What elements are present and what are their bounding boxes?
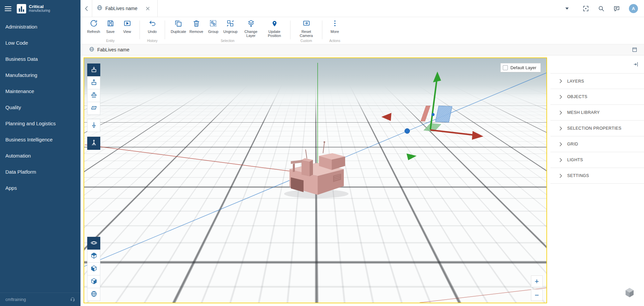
- update-position-button[interactable]: Update Position: [263, 18, 286, 38]
- 3d-viewport[interactable]: Default Layer: [84, 57, 547, 303]
- fullscreen-icon[interactable]: [583, 5, 589, 12]
- refresh-icon: [90, 19, 98, 29]
- ribbon-group-custom: Reset Camera Custom: [294, 18, 318, 44]
- panel-section-layers[interactable]: LAYERS: [550, 73, 644, 89]
- probe-tool-button[interactable]: [87, 137, 100, 150]
- ribbon-group-history: Undo History: [144, 18, 161, 44]
- sidebar-item-business-intelligence[interactable]: Business Intelligence: [0, 131, 80, 147]
- ribbon-group-label-selection: Selection: [169, 38, 286, 44]
- panel-section-label: OBJECTS: [567, 94, 587, 99]
- panel-section-grid[interactable]: GRID: [550, 136, 644, 152]
- sidebar-item-data-platform[interactable]: Data Platform: [0, 164, 80, 180]
- transform-gizmo[interactable]: [381, 72, 483, 160]
- sidebar-item-planning-and-logistics[interactable]: Planning and Logistics: [0, 115, 80, 131]
- axis-x-red: [85, 145, 318, 175]
- avatar[interactable]: A: [629, 4, 638, 13]
- sidebar-item-low-code[interactable]: Low Code: [0, 35, 80, 51]
- chevron-right-icon: [559, 174, 562, 178]
- gizmo-cone-x-red[interactable]: [381, 113, 391, 121]
- chat-icon[interactable]: [613, 5, 620, 12]
- machine-3d-model[interactable]: [284, 141, 348, 199]
- orbit-view-button[interactable]: [87, 237, 100, 250]
- zoom-out-button[interactable]: −: [531, 289, 543, 301]
- right-panel: LAYERS OBJECTS MESH LIBRARY SELECTION PR…: [550, 55, 644, 306]
- gizmo-arrow-x-red[interactable]: [430, 130, 474, 135]
- place-object-icon: [91, 66, 97, 74]
- chevron-down-icon[interactable]: [565, 7, 569, 10]
- gizmo-arrow-y-green[interactable]: [430, 80, 437, 130]
- save-label: Save: [106, 30, 114, 34]
- panel-section-mesh-library[interactable]: MESH LIBRARY: [550, 105, 644, 121]
- collapse-right-panel-icon[interactable]: [633, 61, 639, 67]
- more-button[interactable]: More: [326, 18, 343, 34]
- remove-button[interactable]: Remove: [188, 18, 205, 34]
- ribbon-group-entity: Refresh Save View Entity: [85, 18, 136, 44]
- update-position-label: Update Position: [264, 30, 284, 38]
- change-layer-label: Change Layer: [241, 30, 261, 38]
- panel-section-objects[interactable]: OBJECTS: [550, 89, 644, 105]
- view-side-button[interactable]: [87, 275, 100, 288]
- hamburger-menu-icon[interactable]: [5, 6, 11, 11]
- right-panel-header: [550, 55, 644, 73]
- ribbon-group-label-history: History: [144, 38, 161, 44]
- more-label: More: [331, 30, 339, 34]
- orbit-icon: [91, 239, 97, 248]
- sidebar-item-automation[interactable]: Automation: [0, 147, 80, 164]
- default-layer-checkbox[interactable]: [503, 65, 508, 70]
- ungroup-button[interactable]: Ungroup: [222, 18, 239, 34]
- tab-scroll-back-icon[interactable]: [80, 0, 92, 17]
- cube-front-face-icon: [91, 265, 97, 273]
- brand-subtitle: manufacturing: [29, 9, 50, 13]
- view-front-button[interactable]: [87, 262, 100, 275]
- save-button[interactable]: Save: [102, 18, 119, 34]
- gizmo-cone-z-green[interactable]: [407, 154, 417, 160]
- viewport-tools-bottom: [87, 237, 100, 301]
- chevron-right-icon: [559, 111, 562, 115]
- panel-section-label: GRID: [567, 142, 578, 146]
- view-button[interactable]: View: [119, 18, 136, 34]
- place-object-tool-button[interactable]: [87, 63, 100, 77]
- reset-camera-button[interactable]: Reset Camera: [294, 18, 318, 38]
- plumb-measure-tool-button[interactable]: [87, 119, 100, 132]
- ungroup-icon: [226, 19, 234, 29]
- group-button[interactable]: Group: [205, 18, 222, 34]
- close-tab-icon[interactable]: [146, 7, 150, 10]
- default-layer-label: Default Layer: [511, 65, 536, 70]
- sidebar-item-apps[interactable]: Apps: [0, 180, 80, 196]
- sidebar-item-maintenance[interactable]: Maintenance: [0, 83, 80, 99]
- update-position-icon: [271, 19, 278, 29]
- gizmo-plane-xy-red[interactable]: [421, 106, 430, 121]
- headset-icon[interactable]: [70, 297, 75, 303]
- view-top-button[interactable]: [87, 250, 100, 263]
- refresh-button[interactable]: Refresh: [85, 18, 102, 34]
- undo-button[interactable]: Undo: [144, 18, 161, 34]
- change-layer-button[interactable]: Change Layer: [239, 18, 263, 38]
- zoom-in-button[interactable]: +: [531, 275, 543, 287]
- duplicate-button[interactable]: Duplicate: [169, 18, 188, 34]
- stamp-tool-button[interactable]: [87, 89, 100, 102]
- refresh-label: Refresh: [87, 30, 100, 34]
- chevron-right-icon: [559, 142, 562, 146]
- sidebar-nav: Administration Low Code Business Data Ma…: [0, 17, 80, 293]
- sidebar-item-manufacturing[interactable]: Manufacturing: [0, 67, 80, 83]
- copy-object-tool-button[interactable]: [87, 76, 100, 89]
- panel-section-lights[interactable]: LIGHTS: [550, 152, 644, 168]
- save-icon: [107, 19, 114, 29]
- plane-select-tool-button[interactable]: [87, 102, 100, 115]
- sidebar-item-business-data[interactable]: Business Data: [0, 51, 80, 67]
- maximize-window-icon[interactable]: [632, 47, 637, 52]
- perspective-view-button[interactable]: [87, 288, 100, 301]
- default-layer-chip[interactable]: Default Layer: [500, 63, 541, 72]
- gizmo-origin-handle[interactable]: [405, 129, 410, 134]
- gizmo-plane-yz-blue[interactable]: [435, 106, 452, 122]
- panel-section-selection-properties[interactable]: SELECTION PROPERTIES: [550, 121, 644, 136]
- panel-section-label: LIGHTS: [567, 158, 583, 162]
- document-tab[interactable]: FabLives name: [92, 0, 158, 17]
- panel-section-label: SETTINGS: [567, 173, 589, 178]
- panel-section-settings[interactable]: SETTINGS: [550, 168, 644, 184]
- sidebar-item-quality[interactable]: Quality: [0, 99, 80, 115]
- sidebar-item-administration[interactable]: Administration: [0, 18, 80, 35]
- view-cube-icon[interactable]: [625, 287, 635, 299]
- search-icon[interactable]: [598, 5, 604, 12]
- ribbon-group-selection: Duplicate Remove Group Ungroup: [169, 18, 286, 44]
